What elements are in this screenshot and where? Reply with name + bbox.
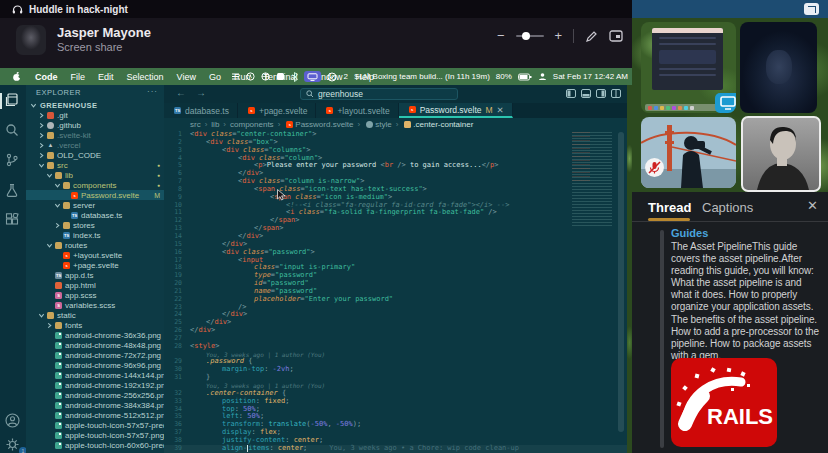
tree-item[interactable]: apple-touch-icon-57x57.png [26, 430, 164, 440]
menu-go[interactable]: Go [209, 72, 221, 82]
breadcrumb-item[interactable]: s Password.svelte [284, 120, 353, 129]
bluetooth-icon[interactable] [291, 72, 298, 82]
tree-item[interactable]: android-chrome-256x256.png [26, 390, 164, 400]
menu-edit[interactable]: Edit [98, 72, 114, 82]
menubar-clock[interactable]: Sat Feb 17 12:42 AM [553, 72, 628, 81]
tree-item[interactable]: apple-touch-icon-60x60-precomposed... [26, 440, 164, 450]
breadcrumb-item[interactable]: lib [211, 120, 219, 129]
toggle-secondary-sidebar-icon[interactable] [596, 89, 606, 98]
zoom-out-button[interactable]: − [497, 26, 505, 46]
tree-item[interactable]: android-chrome-72x72.png [26, 350, 164, 360]
tree-item[interactable]: GREENHOUSE [26, 100, 164, 110]
img-file-icon [55, 392, 62, 399]
tree-item[interactable]: apple-touch-icon-57x57-precomposed... [26, 420, 164, 430]
screen-share[interactable]: CodeFileEditSelectionViewGoRunTerminalWi… [0, 68, 632, 453]
list-icon[interactable] [231, 72, 240, 81]
check-circle-icon[interactable] [327, 72, 337, 82]
tab--layout-svelte[interactable]: s+layout.svelte [316, 103, 398, 118]
tree-item[interactable]: TSdatabase.ts [26, 210, 164, 220]
video-tile-screenshare[interactable] [641, 22, 736, 113]
explorer-more-icon[interactable]: ··· [147, 87, 158, 96]
tree-item[interactable]: routes [26, 240, 164, 250]
zoom-slider-knob[interactable] [522, 32, 530, 40]
menu-selection[interactable]: Selection [127, 72, 164, 82]
tree-item[interactable]: ▲.vercel [26, 140, 164, 150]
popout-icon[interactable] [804, 3, 819, 15]
breadcrumb-item[interactable]: components [230, 120, 274, 129]
tree-item[interactable]: Sapp.scss [26, 290, 164, 300]
editor-layout-icon[interactable] [611, 89, 621, 98]
tree-item[interactable]: stores [26, 220, 164, 230]
tree-item[interactable]: sPassword.svelteM [26, 190, 164, 200]
rails-logo-image[interactable]: RAILS [671, 358, 777, 447]
app-box-icon[interactable] [276, 72, 285, 81]
tree-item[interactable]: android-chrome-192x192.png [26, 380, 164, 390]
tree-item[interactable]: .github [26, 120, 164, 130]
screenshare-menu-icon[interactable] [304, 71, 321, 82]
video-tile-participant-portrait[interactable] [741, 116, 821, 192]
guides-link[interactable]: Guides [671, 227, 708, 239]
video-tile-avatar-bridge[interactable] [641, 117, 736, 188]
tree-item[interactable]: s+page.svelte [26, 260, 164, 270]
tree-item[interactable]: lib● [26, 170, 164, 180]
toggle-panel-icon[interactable] [581, 89, 591, 98]
video-tile-participant-dark[interactable] [740, 22, 817, 113]
calendar-event[interactable]: SLM Boxing team build... (In 11h 19m) [354, 72, 490, 81]
tree-item[interactable]: android-chrome-384x384.png [26, 400, 164, 410]
accounts-icon[interactable] [5, 413, 21, 429]
explorer-icon[interactable] [5, 93, 21, 109]
code-editor[interactable]: 1<div class="center-container">2<div cla… [164, 131, 627, 453]
tree-item[interactable]: OLD_CODE [26, 150, 164, 160]
tree-item[interactable]: fonts [26, 320, 164, 330]
tree-item[interactable]: TSapp.d.ts [26, 270, 164, 280]
tree-item[interactable]: android-chrome-48x48.png [26, 340, 164, 350]
apple-icon[interactable] [12, 71, 22, 82]
close-panel-icon[interactable]: ✕ [807, 198, 818, 213]
draw-pencil-icon[interactable] [585, 30, 598, 43]
tree-item[interactable]: android-chrome-144x144.png [26, 370, 164, 380]
globe-icon[interactable] [261, 72, 270, 81]
extensions-icon[interactable] [5, 213, 21, 229]
indent-spacer [46, 272, 53, 279]
tree-item[interactable]: .svelte-kit [26, 130, 164, 140]
tree-item[interactable]: android-chrome-36x36.png [26, 330, 164, 340]
menu-file[interactable]: File [71, 72, 86, 82]
fullscreen-icon[interactable] [609, 30, 623, 42]
clock-menu-icon[interactable] [246, 72, 255, 81]
settings-gear-icon[interactable]: 1 [5, 437, 21, 453]
breadcrumb-item[interactable]: src [190, 120, 201, 129]
tree-item[interactable]: server [26, 200, 164, 210]
user-menu-icon[interactable] [538, 72, 547, 81]
tab-thread[interactable]: Thread [648, 200, 691, 215]
testing-flask-icon[interactable] [5, 183, 21, 199]
tree-item[interactable]: components● [26, 180, 164, 190]
tree-item[interactable]: static [26, 310, 164, 320]
tab-password-svelte[interactable]: sPassword.svelteM✕ [399, 103, 513, 118]
tree-item[interactable]: Svariables.scss [26, 300, 164, 310]
tree-item[interactable]: src● [26, 160, 164, 170]
tree-item[interactable]: .git [26, 110, 164, 120]
toggle-sidebar-icon[interactable] [566, 89, 576, 98]
menu-view[interactable]: View [177, 72, 196, 82]
tab--page-svelte[interactable]: s+page.svelte [238, 103, 316, 118]
tree-item[interactable]: android-chrome-512x512.png [26, 410, 164, 420]
editor-scrollbar[interactable] [618, 132, 624, 432]
source-control-icon[interactable] [5, 153, 21, 169]
zoom-slider[interactable] [516, 35, 544, 37]
tab-database-ts[interactable]: TSdatabase.ts [164, 103, 238, 118]
search-sidebar-icon[interactable] [5, 123, 21, 139]
command-center-search[interactable]: greenhouse [300, 88, 458, 100]
tab-captions[interactable]: Captions [702, 200, 753, 215]
tree-item[interactable]: android-chrome-96x96.png [26, 360, 164, 370]
breadcrumb-item[interactable]: .center-container [402, 120, 473, 129]
tree-item[interactable]: app.html [26, 280, 164, 290]
breadcrumb-item[interactable]: style [364, 120, 391, 129]
zoom-in-button[interactable]: + [555, 26, 563, 46]
battery-icon[interactable] [518, 73, 532, 81]
nav-forward-icon[interactable]: → [196, 87, 206, 98]
tab-close-icon[interactable]: ✕ [497, 105, 504, 115]
tree-item[interactable]: TSindex.ts [26, 230, 164, 240]
menu-code[interactable]: Code [35, 72, 58, 82]
tree-item[interactable]: s+layout.svelte [26, 250, 164, 260]
nav-back-icon[interactable]: ← [176, 87, 186, 98]
